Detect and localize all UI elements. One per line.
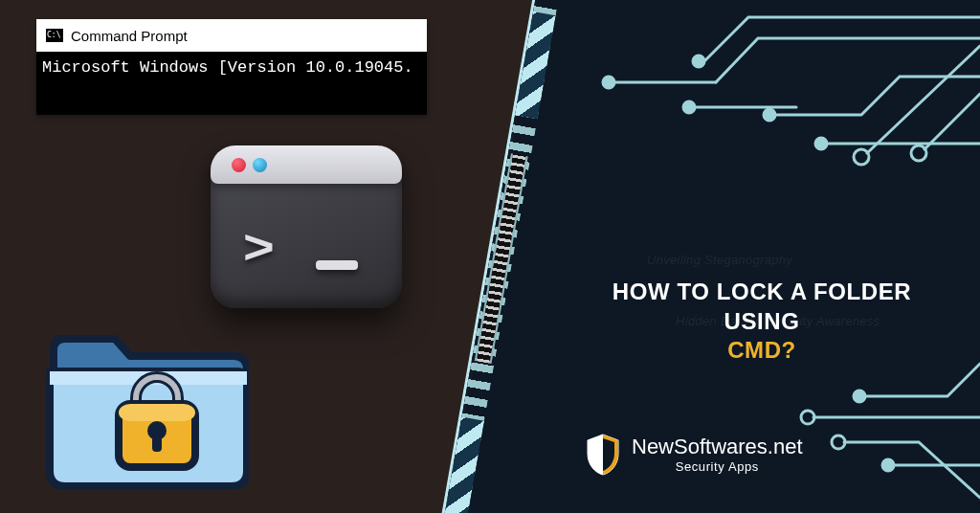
brand-name-domain: .net: [768, 435, 803, 458]
brand-name: NewSoftwares.net: [632, 436, 803, 457]
watermark-line-1: Unveiling Steganography: [647, 253, 792, 267]
svg-point-6: [693, 56, 704, 67]
svg-point-7: [764, 109, 775, 121]
brand-tagline: Security Apps: [632, 460, 803, 473]
svg-point-5: [603, 77, 614, 88]
svg-point-14: [882, 459, 894, 471]
svg-point-11: [815, 138, 827, 149]
promo-banner: Command Prompt Microsoft Windows [Versio…: [0, 0, 980, 513]
brand-name-main: NewSoftwares: [632, 435, 768, 458]
brand-shield-icon: [584, 433, 622, 477]
headline: HOW TO LOCK A FOLDER USING CMD?: [572, 278, 951, 366]
headline-line-2: CMD?: [727, 337, 796, 363]
svg-point-8: [683, 101, 695, 113]
headline-line-1: HOW TO LOCK A FOLDER USING: [612, 279, 911, 334]
brand-block: NewSoftwares.net Security Apps: [584, 433, 803, 477]
svg-point-15: [854, 390, 865, 402]
